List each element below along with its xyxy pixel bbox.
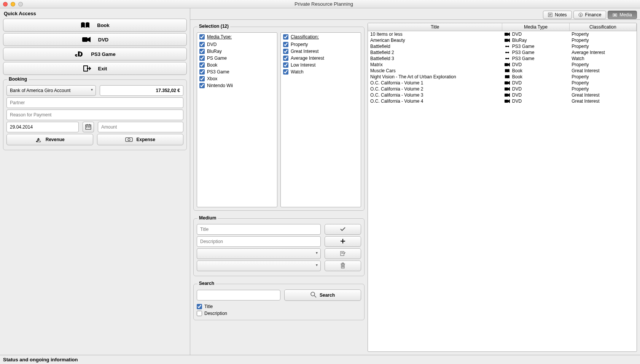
- date-input[interactable]: [6, 122, 79, 132]
- svg-rect-44: [505, 63, 508, 66]
- cell-media-type: BluRay: [502, 37, 569, 43]
- classification-checkbox[interactable]: [283, 56, 288, 61]
- media-type-checkbox[interactable]: [199, 62, 205, 68]
- reason-input[interactable]: [6, 110, 183, 120]
- add-button[interactable]: [325, 236, 361, 247]
- media-type-checkbox[interactable]: [199, 49, 205, 54]
- delete-button[interactable]: [325, 261, 361, 271]
- table-row[interactable]: Muscle CarsBookGreat Interest: [368, 68, 637, 74]
- dvd-button-label: DVD: [98, 37, 108, 43]
- col-media-type[interactable]: Media Type: [502, 23, 569, 31]
- table-row[interactable]: American BeautyBluRayProperty: [368, 37, 637, 43]
- media-type-row-icon: [505, 32, 510, 36]
- account-select[interactable]: Bank of America Giro Account: [6, 85, 96, 96]
- media-type-checkbox[interactable]: [199, 83, 205, 88]
- cell-title: Battlefield 2: [368, 49, 502, 56]
- media-type-item: PS3 Game: [199, 68, 275, 75]
- tab-finance[interactable]: $ Finance: [573, 11, 607, 19]
- cell-classification: Property: [569, 80, 636, 86]
- tab-notes[interactable]: Notes: [543, 11, 572, 19]
- table-row[interactable]: Night Vision - The Art of Urban Explorat…: [368, 74, 637, 80]
- svg-rect-27: [342, 263, 344, 264]
- svg-text:$: $: [580, 13, 581, 17]
- media-type-checkbox[interactable]: [199, 56, 205, 61]
- table-row[interactable]: Battlefield 3PS3 GameWatch: [368, 56, 637, 62]
- classification-checkbox[interactable]: [283, 69, 288, 75]
- table-row[interactable]: O.C. California - Volume 2DVDProperty: [368, 86, 637, 92]
- cell-media-type: DVD: [502, 98, 569, 104]
- table-row[interactable]: Battlefield 2PS3 GameAverage Interest: [368, 49, 637, 56]
- search-description-checkbox[interactable]: [197, 311, 202, 316]
- dvd-button[interactable]: DVD: [3, 33, 187, 46]
- media-type-checkbox[interactable]: [199, 69, 205, 75]
- media-type-heading: Media Type:: [207, 34, 232, 40]
- search-title-checkbox[interactable]: [197, 304, 202, 309]
- svg-line-32: [314, 296, 316, 297]
- table-row[interactable]: BattlefieldPS3 GameProperty: [368, 43, 637, 49]
- exit-icon: [83, 65, 91, 72]
- classification-checkbox[interactable]: [283, 62, 288, 68]
- media-type-label: DVD: [207, 42, 217, 47]
- search-group: Search Search Title Descrip: [193, 284, 365, 320]
- table-row[interactable]: 10 Items or lessDVDProperty: [368, 31, 637, 38]
- table-row[interactable]: MatrixDVDProperty: [368, 62, 637, 68]
- booking-heading: Booking: [7, 76, 29, 82]
- edit-button[interactable]: [325, 248, 361, 259]
- confirm-button[interactable]: [325, 224, 361, 235]
- table-row[interactable]: O.C. California - Volume 3DVDGreat Inter…: [368, 92, 637, 98]
- exit-button[interactable]: Exit: [3, 62, 187, 75]
- expense-button[interactable]: Expense: [97, 134, 184, 145]
- revenue-button[interactable]: Revenue: [6, 134, 93, 145]
- cell-classification: Great Interest: [569, 98, 636, 104]
- quick-access-heading: Quick Access: [3, 9, 187, 18]
- close-window-icon[interactable]: [3, 2, 8, 6]
- media-type-all-checkbox[interactable]: [199, 34, 205, 40]
- check-icon: [340, 226, 346, 233]
- calendar-button[interactable]: [83, 122, 94, 132]
- media-type-item: Book: [199, 62, 275, 68]
- svg-rect-19: [614, 14, 616, 16]
- svg-rect-45: [505, 81, 508, 84]
- media-type-checkbox[interactable]: [199, 42, 205, 47]
- svg-point-31: [311, 292, 315, 296]
- cell-classification: Property: [569, 74, 636, 80]
- svg-rect-8: [89, 127, 90, 127]
- cell-media-type: DVD: [502, 80, 569, 86]
- media-type-row-icon: [505, 57, 510, 60]
- ps3-button[interactable]: PS3 Game: [3, 48, 187, 60]
- expense-icon: [125, 137, 133, 143]
- col-classification[interactable]: Classification: [569, 23, 636, 31]
- classification-list: Classification: PropertyGreat InterestAv…: [280, 32, 361, 207]
- book-button[interactable]: Book: [3, 19, 187, 32]
- selection-group: Selection (12) Media Type: DVDBluRayPS G…: [193, 27, 365, 211]
- medium-select-1[interactable]: [197, 248, 321, 259]
- col-title[interactable]: Title: [368, 23, 502, 31]
- search-button-label: Search: [320, 292, 335, 298]
- classification-all-checkbox[interactable]: [283, 34, 288, 40]
- medium-description-input[interactable]: [197, 236, 321, 247]
- cell-classification: Property: [569, 86, 636, 92]
- partner-input[interactable]: [6, 97, 183, 108]
- revenue-icon: [35, 136, 42, 143]
- tab-media[interactable]: Media: [608, 11, 637, 19]
- classification-checkbox[interactable]: [283, 49, 288, 54]
- tab-notes-label: Notes: [555, 12, 567, 17]
- table-row[interactable]: O.C. California - Volume 1DVDProperty: [368, 80, 637, 86]
- media-type-row-icon: [505, 45, 510, 48]
- medium-title-input[interactable]: [197, 224, 321, 235]
- svg-rect-37: [506, 46, 508, 47]
- media-type-label: PS3 Game: [207, 69, 229, 75]
- medium-select-2[interactable]: [197, 261, 321, 271]
- search-input[interactable]: [197, 290, 280, 300]
- classification-checkbox[interactable]: [283, 42, 288, 47]
- cell-classification: Property: [569, 62, 636, 68]
- search-button[interactable]: Search: [284, 289, 361, 301]
- table-row[interactable]: O.C. California - Volume 4DVDGreat Inter…: [368, 98, 637, 104]
- svg-rect-46: [505, 87, 508, 91]
- media-type-checkbox[interactable]: [199, 76, 205, 81]
- tabs: Notes $ Finance Media: [190, 8, 640, 20]
- amount-input[interactable]: [98, 122, 183, 132]
- cell-title: Matrix: [368, 62, 502, 68]
- media-type-row-icon: [505, 38, 510, 42]
- svg-rect-33: [505, 33, 508, 36]
